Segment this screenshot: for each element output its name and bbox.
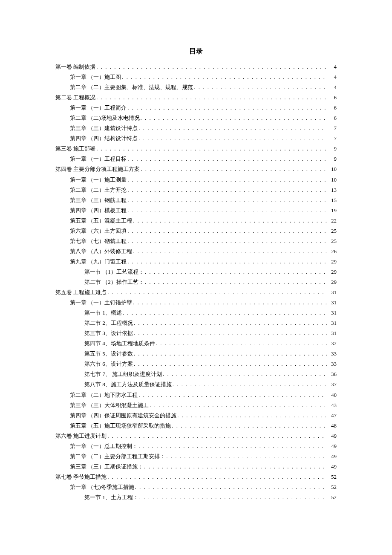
toc-entry-page: 31 — [328, 308, 337, 318]
toc-entry-label: 第六章 （六）土方回填 — [70, 226, 127, 236]
toc-entry-label: 第一节 1、概述 — [84, 308, 122, 318]
toc-leader-dots — [194, 82, 327, 92]
toc-leader-dots — [134, 349, 327, 359]
toc-entry-page: 15 — [328, 195, 337, 205]
toc-entry-page: 10 — [328, 175, 337, 185]
toc-entry-page: 52 — [328, 472, 337, 482]
toc-entry-label: 第三节 3、设计依据 — [84, 328, 133, 338]
toc-entry-label: 第二章 （二)场地及水电情况 — [70, 113, 140, 123]
toc-entry: 第七节 7、 施工组织及进度计划36 — [55, 369, 337, 379]
toc-entry: 第二章 （二）土方开挖 13 — [55, 185, 337, 195]
toc-entry: 第一章 （一）土钉锚护壁 31 — [55, 298, 337, 308]
toc-entry-page: 31 — [328, 328, 337, 338]
toc-entry-label: 第二章 （二）主要分部工程工期安排： — [70, 451, 165, 462]
toc-entry: 第四章 （四）模板工程 19 — [55, 205, 337, 216]
toc-entry: 第七章 （七）砌筑工程 25 — [55, 236, 337, 246]
toc-leader-dots — [127, 175, 327, 185]
toc-leader-dots — [127, 205, 327, 216]
toc-entry: 第三章 （三）工期保证措施：49 — [55, 462, 337, 472]
toc-entry-label: 第三章 （三）钢筋工程 — [70, 195, 127, 205]
toc-entry-page: 48 — [328, 421, 337, 431]
toc-entry: 第三章 （三）钢筋工程 15 — [55, 195, 337, 205]
toc-entry-page: 6 — [328, 103, 337, 113]
toc-entry-page: 31 — [328, 298, 337, 308]
toc-entry-label: 第一章 （七)冬季施工措施 — [70, 482, 134, 492]
toc-leader-dots — [133, 298, 327, 308]
toc-leader-dots — [138, 123, 327, 133]
toc-leader-dots — [107, 472, 327, 482]
toc-entry-page: 43 — [328, 400, 337, 410]
toc-entry-label: 第五节 5、设计参数 — [84, 349, 133, 359]
toc-leader-dots — [166, 451, 327, 462]
toc-leader-dots — [133, 216, 327, 226]
toc-entry-label: 第三章 （三）大体积混凝土施工 — [70, 400, 149, 410]
toc-entry: 第八章 （八）外装修工程 26 — [55, 246, 337, 257]
toc-entry-page: 4 — [328, 62, 337, 72]
toc-entry-page: 9 — [328, 154, 337, 164]
toc-leader-dots — [135, 482, 327, 492]
toc-entry-page: 19 — [328, 205, 337, 216]
toc-entry: 第四章 （四）保证周围原有建筑安全的措施 47 — [55, 410, 337, 421]
toc-entry-label: 第二章 （二）地下防水工程 — [70, 390, 138, 400]
toc-entry-label: 第二节 2、工程概况 — [84, 318, 133, 328]
toc-entry: 第八节 8、施工方法及质量保证措施37 — [55, 379, 337, 390]
toc-entry-page: 10 — [328, 164, 337, 174]
toc-entry: 第四章 （四）结构设计特点 7 — [55, 133, 337, 144]
toc-entry-page: 31 — [328, 318, 337, 328]
toc-entry-label: 第四章 （四）保证周围原有建筑安全的措施 — [70, 410, 176, 421]
toc-entry-page: 6 — [328, 113, 337, 123]
toc-entry-label: 第一节 1、土方工程： — [84, 492, 138, 503]
toc-entry-page: 25 — [328, 226, 337, 236]
toc-entry-label: 第二章 （二）土方开挖 — [70, 185, 127, 195]
toc-entry: 第二章 （二）地下防水工程 40 — [55, 390, 337, 400]
toc-leader-dots — [107, 431, 327, 441]
toc-leader-dots — [145, 267, 327, 277]
toc-entry: 第一卷 编制依据4 — [55, 62, 337, 72]
toc-entry-page: 7 — [328, 123, 337, 133]
toc-leader-dots — [173, 379, 327, 390]
toc-leader-dots — [96, 144, 327, 154]
toc-entry: 第一章 （一）总工期控制：49 — [55, 441, 337, 451]
toc-entry-page: 25 — [328, 236, 337, 246]
toc-entry-page: 49 — [328, 431, 337, 441]
toc-leader-dots — [134, 318, 327, 328]
toc-entry-label: 第一章 （一）总工期控制： — [70, 441, 138, 451]
toc-leader-dots — [145, 277, 327, 287]
table-of-contents: 第一卷 编制依据4第一章 （一）施工图 4第二章 （二）主要图集、标准、法规、规… — [55, 62, 337, 503]
toc-entry: 第一节 1、土方工程：52 — [55, 492, 337, 503]
toc-leader-dots — [127, 226, 327, 236]
toc-entry-page: 31 — [328, 287, 337, 298]
toc-entry-label: 第二卷 工程概况 — [55, 92, 95, 103]
toc-entry: 第四卷 主要分部分项工程施工方案10 — [55, 164, 337, 174]
toc-entry: 第二节 2、工程概况31 — [55, 318, 337, 328]
toc-entry-page: 49 — [328, 462, 337, 472]
toc-entry-page: 33 — [328, 349, 337, 359]
toc-entry-page: 22 — [328, 216, 337, 226]
toc-entry-label: 第三章 （三）建筑设计特点 — [70, 123, 138, 133]
toc-entry-label: 第八章 （八）外装修工程 — [70, 246, 132, 257]
toc-entry: 第一节 （1）工艺流程：29 — [55, 267, 337, 277]
toc-leader-dots — [123, 308, 327, 318]
toc-entry-label: 第五卷 工程施工难点 — [55, 287, 107, 298]
toc-entry: 第二章 （二）主要分部工程工期安排：49 — [55, 451, 337, 462]
toc-leader-dots — [134, 328, 327, 338]
toc-entry: 第五章 （五）混凝土工程 22 — [55, 216, 337, 226]
toc-entry-label: 第四章 （四）结构设计特点 — [70, 133, 138, 144]
toc-leader-dots — [138, 390, 327, 400]
toc-leader-dots — [127, 195, 327, 205]
toc-leader-dots — [156, 338, 327, 349]
toc-entry: 第六卷 施工进度计划49 — [55, 431, 337, 441]
toc-entry: 第六节 6、设计方案33 — [55, 359, 337, 369]
toc-entry: 第一节 1、概述31 — [55, 308, 337, 318]
page-title: 目录 — [55, 47, 337, 56]
toc-entry: 第三章 （三）大体积混凝土施工 43 — [55, 400, 337, 410]
toc-entry: 第一章 （一）施工图 4 — [55, 72, 337, 82]
toc-leader-dots — [141, 164, 327, 174]
toc-entry-label: 第七卷 季节施工措施 — [55, 472, 107, 482]
toc-leader-dots — [96, 62, 327, 72]
toc-leader-dots — [172, 421, 327, 431]
toc-entry: 第五节 5、设计参数33 — [55, 349, 337, 359]
toc-entry-label: 第一章 （一）施工测量 — [70, 175, 127, 185]
toc-entry-page: 49 — [328, 451, 337, 462]
toc-entry-label: 第一卷 编制依据 — [55, 62, 95, 72]
